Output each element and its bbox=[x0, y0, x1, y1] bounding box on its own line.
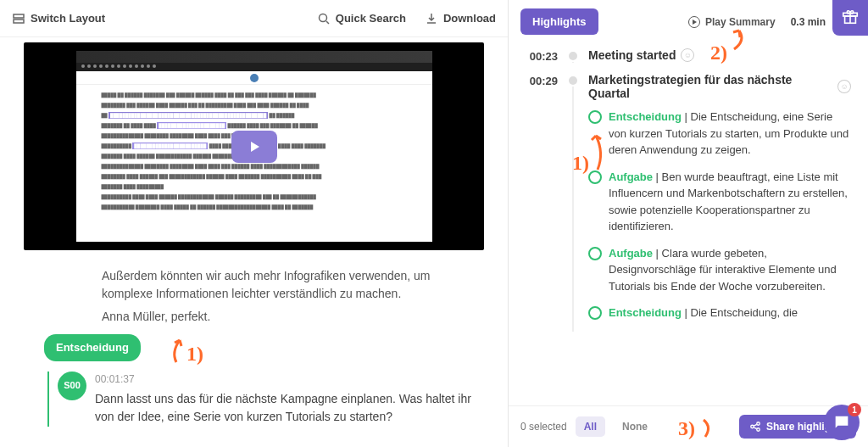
transcript-line[interactable]: Anna Müller, perfekt. bbox=[0, 308, 508, 326]
timeline-item[interactable]: Entscheidung | Die Entscheidung, die bbox=[588, 305, 851, 321]
download-icon bbox=[425, 12, 438, 25]
video-avatar bbox=[250, 74, 259, 82]
svg-point-10 bbox=[751, 425, 754, 428]
timeline-item[interactable]: Entscheidung | Die Entscheidung, eine Se… bbox=[588, 109, 851, 159]
play-summary-icon bbox=[688, 16, 700, 28]
search-icon bbox=[317, 12, 331, 25]
download-button[interactable]: Download bbox=[425, 12, 496, 25]
timeline-item-text: Entscheidung | Die Entscheidung, die bbox=[609, 305, 851, 321]
timeline-row[interactable]: 00:29 Marketingstrategien für das nächst… bbox=[520, 73, 856, 332]
entry-timestamp: 00:01:37 bbox=[95, 372, 486, 387]
transcript-area: Außerdem könnten wir auch mehr Infografi… bbox=[0, 255, 508, 427]
svg-line-3 bbox=[326, 21, 329, 24]
timeline-item-text: Aufgabe | Ben wurde beauftragt, eine Lis… bbox=[609, 169, 851, 235]
video-player[interactable]: █████ ██ ██████ ███████ ███ ██████ █████… bbox=[24, 42, 484, 250]
gift-button[interactable] bbox=[832, 0, 868, 36]
timeline-timestamp: 00:29 bbox=[520, 73, 558, 332]
transcript-tag-box: Entscheidung bbox=[44, 334, 508, 361]
chat-support-button[interactable]: 1 bbox=[824, 405, 860, 440]
svg-point-2 bbox=[319, 14, 326, 21]
speaker-badge: S00 bbox=[58, 372, 86, 400]
switch-layout-label: Switch Layout bbox=[31, 12, 105, 25]
highlights-footer: 0 selected All None Share highlights bbox=[509, 405, 868, 447]
summary-duration: 0.3 min bbox=[791, 16, 826, 28]
timeline-body: 00:23 Meeting started ☺ 00:29 Marketings… bbox=[509, 43, 868, 405]
selected-count: 0 selected bbox=[520, 421, 567, 433]
filter-all-tab[interactable]: All bbox=[576, 416, 605, 437]
video-browser-bar bbox=[76, 51, 432, 63]
filter-none-tab[interactable]: None bbox=[614, 416, 656, 437]
switch-layout-button[interactable]: Switch Layout bbox=[12, 12, 105, 25]
transcript-tag[interactable]: Entscheidung bbox=[44, 334, 141, 361]
svg-point-11 bbox=[757, 422, 760, 426]
status-circle-icon bbox=[588, 247, 602, 260]
timeline-item-text: Entscheidung | Die Entscheidung, eine Se… bbox=[609, 109, 851, 159]
timeline-title: Marketingstrategien für das nächste Quar… bbox=[588, 73, 832, 100]
left-panel: Switch Layout Quick Search Download bbox=[0, 0, 509, 447]
right-panel: Highlights Play Summary 0.3 min 00:23 Me… bbox=[509, 0, 868, 447]
sentiment-icon: ☺ bbox=[681, 48, 694, 62]
entry-text: Dann lasst uns das für die nächste Kampa… bbox=[95, 390, 486, 427]
status-circle-icon bbox=[588, 110, 602, 124]
video-bookmark-bar bbox=[76, 63, 432, 71]
svg-line-14 bbox=[754, 427, 757, 429]
sentiment-icon: ☺ bbox=[837, 80, 851, 93]
timeline-item-text: Aufgabe | Clara wurde gebeten, Designvor… bbox=[609, 245, 851, 295]
play-button[interactable] bbox=[231, 131, 277, 163]
quick-search-button[interactable]: Quick Search bbox=[317, 12, 406, 25]
toolbar: Switch Layout Quick Search Download bbox=[0, 0, 508, 37]
status-circle-icon bbox=[588, 306, 602, 320]
timeline-timestamp: 00:23 bbox=[520, 48, 558, 63]
share-icon bbox=[749, 421, 761, 433]
svg-point-12 bbox=[757, 428, 760, 432]
quick-search-label: Quick Search bbox=[336, 12, 406, 25]
play-icon bbox=[246, 138, 263, 155]
gift-icon bbox=[841, 7, 860, 25]
play-summary-label: Play Summary bbox=[705, 16, 776, 28]
timeline-row[interactable]: 00:23 Meeting started ☺ bbox=[520, 48, 856, 63]
svg-line-13 bbox=[754, 424, 757, 426]
timeline-dot-icon bbox=[569, 52, 577, 60]
timeline-title: Meeting started bbox=[588, 48, 676, 62]
timeline-dot-icon bbox=[569, 76, 577, 85]
timeline-item[interactable]: Aufgabe | Clara wurde gebeten, Designvor… bbox=[588, 245, 851, 295]
chat-badge: 1 bbox=[848, 403, 861, 416]
chat-icon bbox=[832, 413, 851, 432]
transcript-entry[interactable]: S00 00:01:37 Dann lasst uns das für die … bbox=[0, 368, 508, 427]
layout-icon bbox=[12, 12, 25, 25]
status-circle-icon bbox=[588, 170, 602, 184]
svg-rect-0 bbox=[14, 14, 24, 18]
transcript-line[interactable]: Außerdem könnten wir auch mehr Infografi… bbox=[0, 267, 508, 303]
highlights-header: Highlights Play Summary 0.3 min bbox=[509, 0, 868, 43]
video-app-bar bbox=[76, 71, 432, 85]
svg-rect-1 bbox=[14, 20, 24, 23]
highlights-button[interactable]: Highlights bbox=[520, 8, 598, 35]
timeline-item[interactable]: Aufgabe | Ben wurde beauftragt, eine Lis… bbox=[588, 169, 851, 235]
download-label: Download bbox=[443, 12, 496, 25]
play-summary-button[interactable]: Play Summary bbox=[688, 16, 776, 28]
